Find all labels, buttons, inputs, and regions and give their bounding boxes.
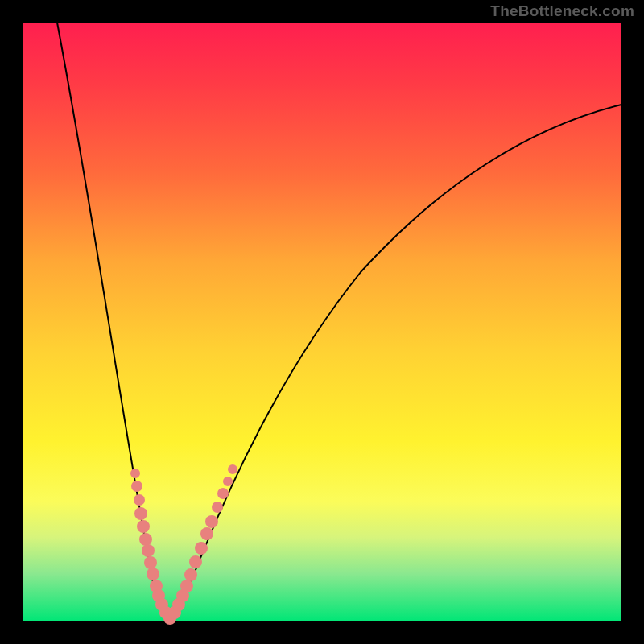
bead-dot [200,527,213,540]
bead-dot [137,520,150,533]
bead-dot [139,533,152,546]
bead-dot [195,542,208,555]
bead-dot [212,502,223,513]
stage: TheBottleneck.com [0,0,644,644]
bead-dot [144,556,157,569]
bead-dot [180,580,193,592]
gradient-panel [23,23,621,621]
bead-dot [217,488,229,499]
bead-dot [189,555,202,568]
bead-dot [147,568,159,580]
bead-dot [184,568,197,581]
bead-dot [130,469,140,478]
bead-dot [142,544,155,557]
bead-group [130,464,237,625]
bead-dot [134,494,145,506]
bead-dot [228,464,237,474]
bead-dot [131,481,142,492]
plot-svg [23,23,621,621]
bead-dot [134,507,147,520]
bead-dot [223,477,233,486]
bead-dot [205,515,218,528]
watermark-text: TheBottleneck.com [490,3,634,19]
